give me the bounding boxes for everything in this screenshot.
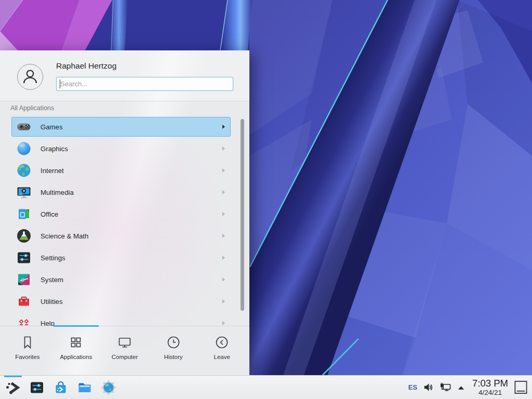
leave-icon [214,335,230,350]
category-label: Internet [41,167,64,175]
user-name: Raphael Hertzog [56,61,116,71]
tab-label: History [164,354,183,360]
kde-launcher-icon [5,379,21,396]
category-settings[interactable]: Settings [11,248,231,268]
submenu-arrow-icon [222,212,225,216]
web-browser-button[interactable] [100,379,117,396]
clock-icon [166,335,181,350]
expand-tray-icon[interactable] [457,385,465,390]
submenu-arrow-icon [222,147,225,151]
computer-icon [117,335,132,350]
digital-clock[interactable]: 7:03 PM 4/24/21 [472,379,508,396]
category-utilities[interactable]: Utilities [11,291,231,311]
bookmark-icon [20,335,35,350]
tab-label: Leave [214,354,230,360]
grid-icon [68,335,84,350]
category-office[interactable]: Office [11,204,231,224]
list-scrollbar[interactable] [241,119,244,311]
discover-bag-icon [52,379,69,396]
submenu-arrow-icon [222,277,225,282]
desktop-screen: Raphael Hertzog All Applications Games [0,0,532,399]
launcher-tab-bar: Favorites Applications Computer [0,326,249,375]
category-label: Office [41,210,58,218]
taskbar-launchers [4,376,117,399]
gamepad-icon [16,118,32,135]
category-list: Games Graphics [0,117,249,326]
category-multimedia[interactable]: Multimedia [11,182,231,202]
system-settings-button[interactable] [28,379,46,396]
category-system[interactable]: System [11,270,231,289]
category-label: Settings [41,254,65,262]
tab-label: Favorites [15,354,39,360]
category-label: System [41,276,63,284]
application-launcher-menu: Raphael Hertzog All Applications Games [0,50,249,375]
clock-date: 4/24/21 [472,389,508,396]
category-label: Help [41,320,55,327]
category-games[interactable]: Games [11,117,231,137]
discover-button[interactable] [52,379,70,396]
category-label: Multimedia [41,189,74,196]
submenu-arrow-icon [222,125,225,129]
system-icon [16,271,32,288]
category-label: Games [41,123,63,131]
category-science-math[interactable]: Science & Math [11,226,231,246]
category-label: Graphics [41,145,68,153]
show-desktop-icon[interactable] [514,380,528,395]
submenu-arrow-icon [222,321,225,325]
toolbox-icon [16,293,32,310]
search-input[interactable] [56,77,233,91]
submenu-arrow-icon [222,299,225,303]
tab-leave[interactable]: Leave [197,326,246,375]
clock-time: 7:03 PM [472,379,508,389]
volume-icon[interactable] [423,382,434,393]
documents-icon [16,206,32,222]
settings-icon [29,379,45,396]
active-task-indicator [4,376,22,377]
tab-computer[interactable]: Computer [100,326,149,375]
flask-icon [16,228,32,244]
submenu-arrow-icon [222,190,225,194]
category-label: Science & Math [41,232,88,240]
submenu-arrow-icon [222,234,225,238]
tab-label: Computer [112,354,138,360]
launcher-header: Raphael Hertzog [0,51,249,101]
category-graphics[interactable]: Graphics [11,139,231,158]
tab-favorites[interactable]: Favorites [3,326,52,375]
user-avatar-icon [18,64,43,89]
submenu-arrow-icon [222,168,225,172]
category-label: Utilities [41,298,63,305]
file-manager-button[interactable] [76,379,94,396]
text-caret [60,79,60,88]
folder-icon [76,379,93,396]
globe-icon [16,162,32,179]
submenu-arrow-icon [222,256,225,260]
tab-label: Applications [60,354,92,360]
lifebuoy-icon [16,315,32,326]
user-avatar[interactable] [17,64,43,90]
monitor-play-icon [16,184,32,201]
application-launcher-button[interactable] [4,379,22,396]
wired-network-icon[interactable] [440,382,451,393]
sliders-icon [16,249,32,266]
category-internet[interactable]: Internet [11,161,231,180]
tab-history[interactable]: History [149,326,198,375]
system-tray: ES 7:03 PM 4/24/21 [408,376,528,399]
taskbar: ES 7:03 PM 4/24/21 [0,375,532,399]
sphere-icon [16,140,32,157]
section-label: All Applications [10,104,54,112]
category-help[interactable]: Help [11,313,231,326]
keyboard-layout-indicator[interactable]: ES [408,383,417,391]
tab-applications[interactable]: Applications [52,326,101,375]
globe-gear-icon [100,379,117,396]
